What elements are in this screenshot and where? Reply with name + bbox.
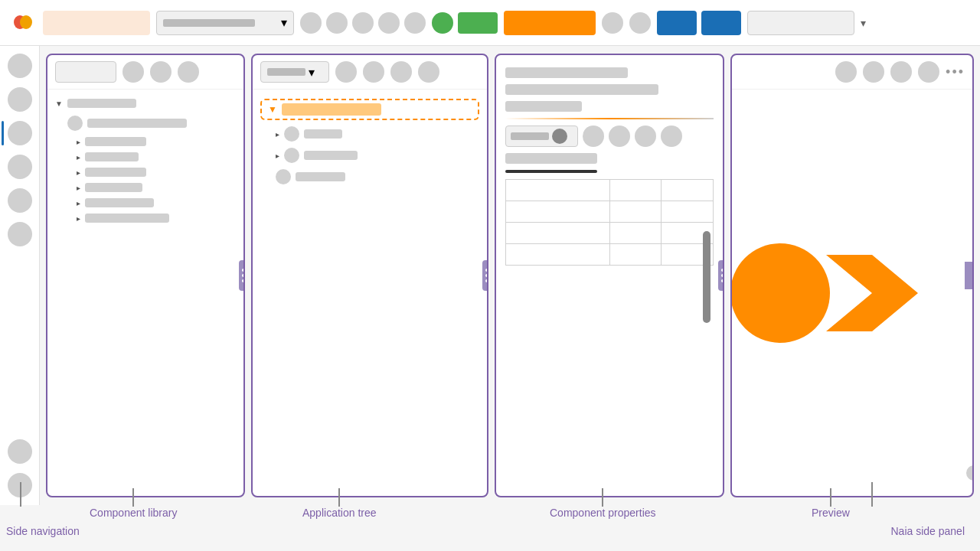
app-tree-sub-3-label	[296, 172, 345, 181]
shell-green-rect[interactable]	[458, 12, 498, 34]
shell-right-input[interactable]	[747, 11, 854, 35]
resize-dot-7	[721, 269, 724, 272]
tree-child-arrow-5: ▸	[77, 199, 80, 207]
shell-circle-btn-2[interactable]	[326, 12, 348, 34]
app-tree-btn-4[interactable]	[418, 61, 439, 83]
logo-circle-2	[20, 15, 32, 29]
app-tree-btn-3[interactable]	[390, 61, 412, 83]
tree-child-item-2[interactable]: ▸	[77, 152, 236, 161]
preview-btn-1[interactable]	[835, 61, 857, 83]
prop-input-circle	[552, 129, 567, 144]
tree-child-arrow-1: ▸	[77, 138, 80, 146]
app-tree-selected-item[interactable]: ▼	[260, 99, 479, 120]
shell-circle-btn-3[interactable]	[352, 12, 374, 34]
app-tree-sub-1[interactable]: ▸	[276, 126, 479, 142]
side-navigation-label: Side navigation	[6, 525, 80, 537]
app-tree-selected-arrow: ▼	[268, 104, 277, 115]
shell-circle-btn-7[interactable]	[629, 12, 651, 34]
nav-item-6[interactable]	[8, 222, 32, 246]
app-tree-sub-3[interactable]	[276, 169, 479, 184]
preview-btn-2[interactable]	[863, 61, 884, 83]
naia-label-line	[871, 482, 873, 507]
preview-btn-3[interactable]	[890, 61, 912, 83]
component-lib-search[interactable]	[55, 61, 116, 83]
preview-btn-4[interactable]	[918, 61, 939, 83]
tree-child-label-3	[85, 168, 146, 177]
tree-root-arrow[interactable]: ▼	[55, 99, 63, 108]
shell-circle-btn-5[interactable]	[404, 12, 426, 34]
shell-green-circle[interactable]	[432, 12, 453, 34]
component-library-panel: ▼ ▸ ▸ ▸	[46, 54, 245, 497]
nav-item-active[interactable]	[8, 121, 32, 145]
component-lib-btn-1[interactable]	[122, 61, 144, 83]
component-library-content: ▼ ▸ ▸ ▸	[47, 90, 243, 496]
component-properties-resize-handle[interactable]	[718, 260, 724, 291]
resize-dot-8	[721, 274, 724, 277]
app-tree-sub-1-circle	[284, 126, 299, 142]
component-library-resize-handle[interactable]	[239, 260, 245, 291]
prop-input-value	[511, 132, 549, 140]
app-tree-btn-1[interactable]	[335, 61, 357, 83]
nav-item-bottom-1[interactable]	[8, 439, 32, 464]
tree-child-item-1[interactable]: ▸	[77, 137, 236, 146]
nav-item-2[interactable]	[8, 87, 32, 112]
app-tree-sub-1-label	[304, 129, 342, 139]
component-lib-btn-2[interactable]	[150, 61, 172, 83]
tree-child-arrow-4: ▸	[77, 184, 80, 192]
resize-dot-1	[242, 269, 245, 272]
shell-blue-button-1[interactable]	[657, 11, 697, 35]
shell-circles-group1	[300, 12, 426, 34]
tree-child-label-1	[85, 137, 146, 146]
main-area: ▼ ▸ ▸ ▸	[0, 46, 980, 505]
shell-dropdown[interactable]: ▾	[156, 11, 294, 35]
application-tree-toolbar: ▾	[253, 55, 487, 90]
prop-circle-1[interactable]	[583, 126, 604, 147]
prop-circle-4[interactable]	[661, 126, 682, 147]
prop-circle-2[interactable]	[609, 126, 630, 147]
tree-child-item-4[interactable]: ▸	[77, 183, 236, 192]
shell-circle-btn-6[interactable]	[602, 12, 623, 34]
nav-item-1[interactable]	[8, 54, 32, 78]
preview-logo-chevron	[811, 240, 918, 347]
side-nav-label-line	[20, 482, 21, 507]
tree-sub-circle-1	[67, 116, 83, 131]
shell-search-input[interactable]	[43, 11, 150, 35]
prop-scrollbar[interactable]	[703, 231, 710, 323]
app-tree-btn-2[interactable]	[363, 61, 384, 83]
prop-circle-3[interactable]	[635, 126, 656, 147]
shell-circle-btn-1[interactable]	[300, 12, 322, 34]
preview-more-icon[interactable]: •••	[946, 64, 965, 80]
shell-orange-button[interactable]	[504, 11, 596, 35]
app-tree-sub-2-label	[304, 151, 358, 160]
component-lib-btn-3[interactable]	[178, 61, 199, 83]
resize-dot-6	[485, 279, 488, 282]
dropdown-value	[163, 19, 255, 27]
tree-child-label-6	[85, 214, 169, 223]
nav-item-5[interactable]	[8, 188, 32, 213]
nav-item-4[interactable]	[8, 155, 32, 179]
app-tree-sub-3-circle	[276, 169, 291, 184]
application-tree-resize-handle[interactable]	[482, 260, 488, 291]
shell-green-group	[432, 12, 498, 34]
prop-table	[505, 179, 714, 266]
app-tree-sub-1-arrow: ▸	[276, 130, 279, 139]
shell-circle-btn-4[interactable]	[378, 12, 400, 34]
tree-child-item-6[interactable]: ▸	[77, 214, 236, 223]
prop-divider	[505, 118, 714, 119]
tree-root-label	[67, 99, 136, 108]
naia-collapse-button[interactable]: ‹	[965, 262, 974, 289]
preview-toolbar: •••	[732, 55, 972, 90]
application-tree-label: Application tree	[302, 507, 377, 519]
component-library-toolbar	[47, 55, 243, 90]
tree-child-item-5[interactable]: ▸	[77, 198, 236, 207]
shell-blue-button-2[interactable]	[701, 11, 741, 35]
prop-toolbar-row	[505, 126, 714, 147]
resize-dot-5	[485, 274, 488, 277]
tree-child-label-4	[85, 183, 142, 192]
tree-child-item-3[interactable]: ▸	[77, 168, 236, 177]
prop-bar-2	[505, 84, 658, 95]
shell-bar: ▾ ▾	[0, 0, 980, 46]
chevron-down-icon: ▾	[281, 15, 287, 30]
app-tree-sub-2[interactable]: ▸	[276, 148, 479, 163]
side-navigation	[0, 46, 40, 505]
